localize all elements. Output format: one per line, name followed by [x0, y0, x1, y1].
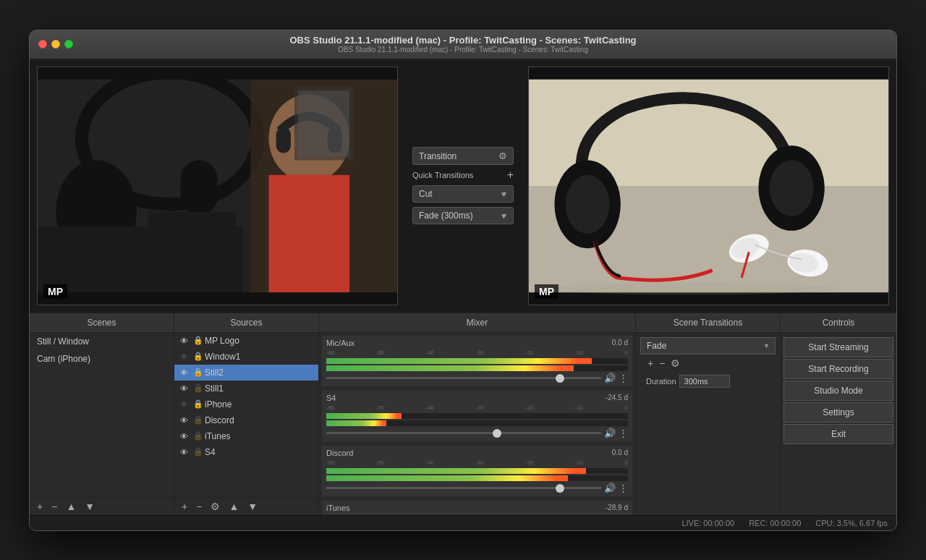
mixer-panel-header: Mixer — [319, 313, 635, 333]
meter-scale-micaux: -60-50-40-30-20-100 — [326, 349, 628, 356]
mixer-ch-name-discord: Discord — [326, 449, 353, 457]
mute-btn-s4[interactable]: 🔊 — [604, 428, 616, 438]
quick-transitions-add-button[interactable]: + — [507, 169, 514, 181]
mixer-ch-name-micaux: Mic/Aux — [326, 339, 354, 347]
scene-transitions-panel: Scene Transitions Fade Cut Swipe + − ⚙ — [636, 313, 781, 515]
meter-bar-s4-top — [326, 413, 402, 419]
minimize-button[interactable] — [51, 40, 60, 48]
vol-btn-s4[interactable]: ⋮ — [619, 428, 628, 438]
meter-discord-top — [326, 468, 628, 474]
quick-transitions-row: Quick Transitions + — [412, 169, 514, 181]
settings-button[interactable]: Settings — [783, 402, 893, 423]
source-item-window1[interactable]: 👁 🔒 Window1 — [174, 349, 318, 365]
mute-btn-discord[interactable]: 🔊 — [604, 483, 616, 493]
sources-settings-button[interactable]: ⚙ — [209, 501, 221, 512]
source-item-itunes[interactable]: 👁 🔒 iTunes — [174, 428, 318, 444]
vol-btn-discord[interactable]: ⋮ — [619, 483, 628, 493]
mixer-ch-header-s4: S4 -24.5 d — [326, 394, 628, 402]
mixer-ch-name-s4: S4 — [326, 394, 336, 402]
fader-discord[interactable] — [326, 487, 601, 489]
sources-panel: Sources 👁 🔒 MP Logo 👁 🔒 Window1 👁 � — [174, 313, 319, 515]
source-item-discord[interactable]: 👁 🔒 Discord — [174, 412, 318, 428]
scenes-down-button[interactable]: ▼ — [83, 501, 96, 512]
preview-left-label: MP — [43, 284, 67, 299]
mixer-panel-content: Mic/Aux 0.0 d -60-50-40-30-20-100 — [319, 333, 635, 515]
meter-bar-discord-bottom — [326, 475, 568, 481]
window-title-main: OBS Studio 21.1.1-modified (mac) - Profi… — [289, 35, 636, 46]
source-name: MP Logo — [205, 336, 239, 346]
controls-panel: Controls Start Streaming Start Recording… — [781, 313, 896, 515]
svg-rect-4 — [78, 174, 119, 233]
maximize-button[interactable] — [64, 40, 73, 48]
source-name: iTunes — [205, 431, 231, 441]
fader-s4[interactable] — [326, 432, 601, 434]
duration-input[interactable] — [679, 375, 730, 388]
close-button[interactable] — [38, 40, 47, 48]
scenes-add-button[interactable]: + — [35, 501, 44, 512]
sources-down-button[interactable]: ▼ — [246, 501, 259, 512]
fade-dropdown[interactable]: Fade (300ms) ▼ — [412, 207, 514, 224]
source-item-iphone[interactable]: 👁 🔒 iPhone — [174, 396, 318, 412]
fader-thumb-micaux[interactable] — [556, 374, 564, 383]
start-streaming-button[interactable]: Start Streaming — [783, 337, 893, 357]
traffic-lights — [38, 40, 73, 48]
fade-select[interactable]: Fade Cut Swipe — [640, 337, 776, 355]
exit-button[interactable]: Exit — [783, 424, 893, 444]
lock-icon: 🔒 — [193, 352, 202, 361]
cut-dropdown-wrapper: Cut ▼ — [412, 185, 514, 203]
source-name: Discord — [205, 415, 234, 425]
scene-item-cam-iphone[interactable]: Cam (iPhone) — [30, 350, 174, 368]
transitions-settings-button[interactable]: ⚙ — [669, 357, 681, 369]
start-recording-button[interactable]: Start Recording — [783, 359, 893, 379]
scenes-remove-button[interactable]: − — [50, 501, 59, 512]
mixer-ch-name-itunes: iTunes — [326, 504, 350, 512]
meter-bar-s4-bottom — [326, 420, 386, 426]
svg-point-30 — [543, 282, 837, 294]
eye-icon: 👁 — [180, 416, 190, 425]
transitions-add-button[interactable]: + — [646, 357, 655, 369]
sources-panel-header: Sources — [174, 313, 318, 333]
fade-select-wrapper: Fade Cut Swipe — [640, 337, 776, 355]
meter-scale-discord: -60-50-40-30-20-100 — [326, 459, 628, 466]
cut-dropdown[interactable]: Cut ▼ — [412, 185, 514, 203]
lock-icon: 🔒 — [193, 399, 202, 409]
scene-transitions-panel-header: Scene Transitions — [636, 313, 780, 333]
rec-status: REC: 00:00:00 — [749, 519, 801, 527]
svg-rect-16 — [298, 90, 349, 156]
scene-transitions-content: Fade Cut Swipe + − ⚙ Duration — [636, 333, 780, 515]
mixer-ch-db-discord: 0.0 d — [612, 449, 628, 457]
fader-micaux[interactable] — [326, 377, 601, 379]
transitions-remove-button[interactable]: − — [658, 357, 666, 369]
transition-title: Transition — [419, 151, 456, 161]
scenes-up-button[interactable]: ▲ — [64, 501, 77, 512]
source-item-mp-logo[interactable]: 👁 🔒 MP Logo — [174, 333, 318, 349]
mixer-channel-s4: S4 -24.5 d -60-50-40-30-20-100 — [322, 391, 632, 441]
main-content: MP Transition ⚙ Quick Transitions + Cut … — [30, 59, 896, 530]
fade-label: Fade (300ms) — [419, 211, 473, 221]
fader-thumb-s4[interactable] — [493, 429, 501, 438]
mixer-ch-db-micaux: 0.0 d — [612, 339, 628, 347]
mute-btn-micaux[interactable]: 🔊 — [604, 373, 616, 383]
transition-settings-button[interactable]: ⚙ — [498, 150, 507, 161]
fader-row-discord: 🔊 ⋮ — [326, 483, 628, 493]
fader-thumb-discord[interactable] — [556, 484, 564, 493]
scenes-panel: Scenes Still / Window Cam (iPhone) + − ▲… — [30, 313, 174, 515]
mixer-channel-itunes: iTunes -28.9 d -60-50-40-30-20-100 — [322, 501, 632, 515]
meter-bar-discord-top — [326, 468, 586, 474]
source-item-s4[interactable]: 👁 🔒 S4 — [174, 444, 318, 460]
obs-window: OBS Studio 21.1.1-modified (mac) - Profi… — [29, 30, 897, 531]
sources-add-button[interactable]: + — [180, 501, 189, 512]
controls-panel-header: Controls — [781, 313, 896, 333]
controls-content: Start Streaming Start Recording Studio M… — [781, 333, 896, 449]
fade-chevron-icon: ▼ — [500, 212, 507, 220]
scene-item-still-window[interactable]: Still / Window — [30, 333, 174, 350]
window-title-sub: OBS Studio 21.1.1-modified (mac) - Profi… — [289, 46, 636, 54]
meter-bar-micaux-top — [326, 358, 592, 364]
vol-btn-micaux[interactable]: ⋮ — [619, 373, 628, 383]
source-item-still2[interactable]: 👁 🔒 Still2 — [174, 365, 318, 381]
studio-mode-button[interactable]: Studio Mode — [783, 381, 893, 401]
sources-remove-button[interactable]: − — [195, 501, 203, 512]
sources-up-button[interactable]: ▲ — [227, 501, 240, 512]
source-item-still1[interactable]: 👁 🔒 Still1 — [174, 381, 318, 396]
eye-icon: 👁 — [180, 384, 190, 393]
